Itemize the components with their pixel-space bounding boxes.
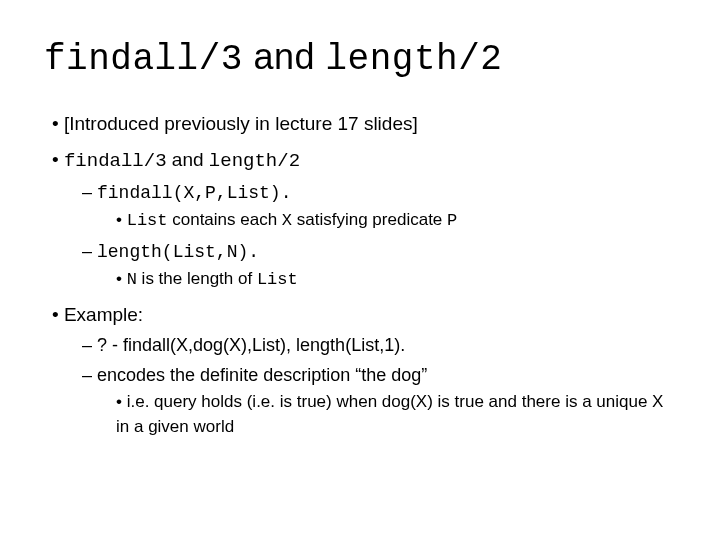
t-p: P xyxy=(447,211,457,230)
title-mid: and xyxy=(243,36,326,77)
predicates-sublist: findall(X,P,List). List contains each X … xyxy=(82,179,676,292)
title-code-2: length/2 xyxy=(326,39,503,80)
bullet-example: Example: ? - findall(X,dog(X),List), len… xyxy=(52,301,676,440)
findall-desc: List contains each X satisfying predicat… xyxy=(116,208,676,234)
bullet-predicates-code2: length/2 xyxy=(209,150,300,172)
t-x: X xyxy=(282,211,292,230)
t-list2: List xyxy=(257,270,298,289)
t-satisfying: satisfying predicate xyxy=(292,210,447,229)
example-sublist: ? - findall(X,dog(X),List), length(List,… xyxy=(82,332,676,439)
example-note-list: i.e. query holds (i.e. is true) when dog… xyxy=(116,390,676,439)
length-signature-text: length(List,N). xyxy=(97,242,259,262)
t-list: List xyxy=(127,211,168,230)
bullet-predicates: findall/3 and length/2 findall(X,P,List)… xyxy=(52,146,676,293)
length-desc: N is the length of List xyxy=(116,267,676,293)
findall-signature-text: findall(X,P,List). xyxy=(97,183,291,203)
bullet-list: [Introduced previously in lecture 17 sli… xyxy=(52,110,676,440)
example-query: ? - findall(X,dog(X),List), length(List,… xyxy=(82,332,676,358)
length-signature: length(List,N). N is the length of List xyxy=(82,238,676,293)
title-code-1: findall/3 xyxy=(44,39,243,80)
t-n: N xyxy=(127,270,137,289)
example-note: i.e. query holds (i.e. is true) when dog… xyxy=(116,390,676,439)
length-desc-list: N is the length of List xyxy=(116,267,676,293)
findall-desc-list: List contains each X satisfying predicat… xyxy=(116,208,676,234)
bullet-intro: [Introduced previously in lecture 17 sli… xyxy=(52,110,676,138)
t-isthelengthof: is the length of xyxy=(137,269,257,288)
bullet-predicates-code1: findall/3 xyxy=(64,150,167,172)
bullet-intro-text: [Introduced previously in lecture 17 sli… xyxy=(64,113,418,134)
slide: findall/3 and length/2 [Introduced previ… xyxy=(0,0,720,540)
findall-signature: findall(X,P,List). List contains each X … xyxy=(82,179,676,234)
t-contains: contains each xyxy=(168,210,282,229)
bullet-predicates-mid: and xyxy=(167,149,209,170)
example-encodes: encodes the definite description “the do… xyxy=(82,362,676,439)
bullet-example-text: Example: xyxy=(64,304,143,325)
slide-title: findall/3 and length/2 xyxy=(44,36,676,80)
example-encodes-text: encodes the definite description “the do… xyxy=(97,365,427,385)
example-note-text: i.e. query holds (i.e. is true) when dog… xyxy=(116,392,663,436)
example-query-text: ? - findall(X,dog(X),List), length(List,… xyxy=(97,335,405,355)
